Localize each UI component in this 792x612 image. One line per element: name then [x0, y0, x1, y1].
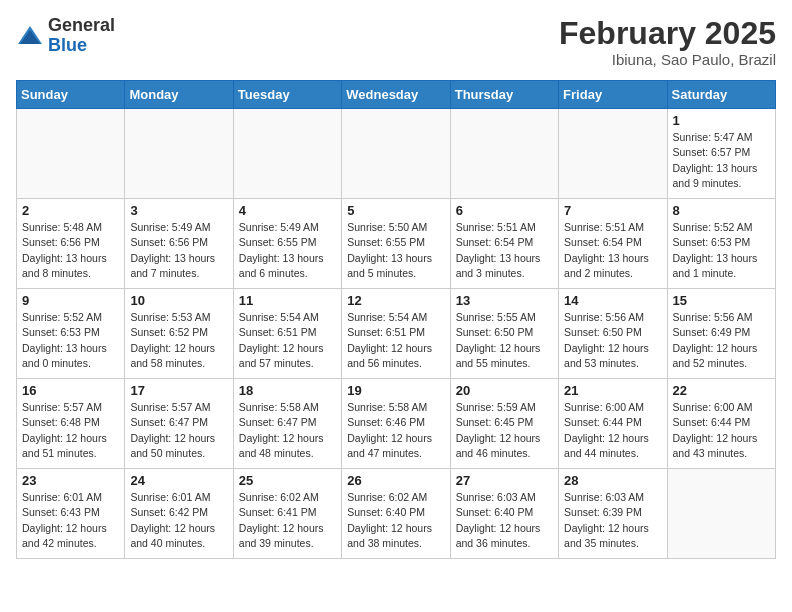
calendar-cell: 3Sunrise: 5:49 AM Sunset: 6:56 PM Daylig… [125, 199, 233, 289]
day-info: Sunrise: 6:03 AM Sunset: 6:39 PM Dayligh… [564, 490, 661, 551]
calendar-cell: 27Sunrise: 6:03 AM Sunset: 6:40 PM Dayli… [450, 469, 558, 559]
weekday-header-wednesday: Wednesday [342, 81, 450, 109]
day-number: 8 [673, 203, 770, 218]
day-number: 10 [130, 293, 227, 308]
day-number: 24 [130, 473, 227, 488]
calendar-cell [125, 109, 233, 199]
calendar-cell: 6Sunrise: 5:51 AM Sunset: 6:54 PM Daylig… [450, 199, 558, 289]
day-info: Sunrise: 5:57 AM Sunset: 6:47 PM Dayligh… [130, 400, 227, 461]
weekday-header-monday: Monday [125, 81, 233, 109]
day-number: 7 [564, 203, 661, 218]
calendar-cell: 7Sunrise: 5:51 AM Sunset: 6:54 PM Daylig… [559, 199, 667, 289]
weekday-header-thursday: Thursday [450, 81, 558, 109]
day-number: 20 [456, 383, 553, 398]
month-title: February 2025 [559, 16, 776, 51]
day-info: Sunrise: 6:02 AM Sunset: 6:40 PM Dayligh… [347, 490, 444, 551]
day-number: 23 [22, 473, 119, 488]
calendar-cell: 9Sunrise: 5:52 AM Sunset: 6:53 PM Daylig… [17, 289, 125, 379]
calendar-cell: 21Sunrise: 6:00 AM Sunset: 6:44 PM Dayli… [559, 379, 667, 469]
day-number: 15 [673, 293, 770, 308]
calendar-cell: 2Sunrise: 5:48 AM Sunset: 6:56 PM Daylig… [17, 199, 125, 289]
calendar-cell [17, 109, 125, 199]
calendar-cell: 12Sunrise: 5:54 AM Sunset: 6:51 PM Dayli… [342, 289, 450, 379]
day-number: 19 [347, 383, 444, 398]
calendar-cell [559, 109, 667, 199]
calendar-cell: 18Sunrise: 5:58 AM Sunset: 6:47 PM Dayli… [233, 379, 341, 469]
day-info: Sunrise: 6:01 AM Sunset: 6:42 PM Dayligh… [130, 490, 227, 551]
week-row-3: 9Sunrise: 5:52 AM Sunset: 6:53 PM Daylig… [17, 289, 776, 379]
day-info: Sunrise: 5:56 AM Sunset: 6:49 PM Dayligh… [673, 310, 770, 371]
day-info: Sunrise: 5:54 AM Sunset: 6:51 PM Dayligh… [239, 310, 336, 371]
weekday-header-sunday: Sunday [17, 81, 125, 109]
day-info: Sunrise: 5:54 AM Sunset: 6:51 PM Dayligh… [347, 310, 444, 371]
calendar-cell: 20Sunrise: 5:59 AM Sunset: 6:45 PM Dayli… [450, 379, 558, 469]
page-header: General Blue February 2025 Ibiuna, Sao P… [16, 16, 776, 68]
calendar-cell: 14Sunrise: 5:56 AM Sunset: 6:50 PM Dayli… [559, 289, 667, 379]
logo-blue-text: Blue [48, 35, 87, 55]
day-number: 12 [347, 293, 444, 308]
day-info: Sunrise: 6:00 AM Sunset: 6:44 PM Dayligh… [673, 400, 770, 461]
day-info: Sunrise: 5:48 AM Sunset: 6:56 PM Dayligh… [22, 220, 119, 281]
calendar-cell: 28Sunrise: 6:03 AM Sunset: 6:39 PM Dayli… [559, 469, 667, 559]
day-info: Sunrise: 6:02 AM Sunset: 6:41 PM Dayligh… [239, 490, 336, 551]
calendar-cell: 1Sunrise: 5:47 AM Sunset: 6:57 PM Daylig… [667, 109, 775, 199]
day-info: Sunrise: 6:00 AM Sunset: 6:44 PM Dayligh… [564, 400, 661, 461]
calendar-cell: 26Sunrise: 6:02 AM Sunset: 6:40 PM Dayli… [342, 469, 450, 559]
week-row-2: 2Sunrise: 5:48 AM Sunset: 6:56 PM Daylig… [17, 199, 776, 289]
calendar-cell [233, 109, 341, 199]
calendar-cell [342, 109, 450, 199]
calendar-cell: 19Sunrise: 5:58 AM Sunset: 6:46 PM Dayli… [342, 379, 450, 469]
calendar-cell: 22Sunrise: 6:00 AM Sunset: 6:44 PM Dayli… [667, 379, 775, 469]
day-info: Sunrise: 6:01 AM Sunset: 6:43 PM Dayligh… [22, 490, 119, 551]
calendar-cell: 17Sunrise: 5:57 AM Sunset: 6:47 PM Dayli… [125, 379, 233, 469]
calendar-cell: 10Sunrise: 5:53 AM Sunset: 6:52 PM Dayli… [125, 289, 233, 379]
calendar-cell: 16Sunrise: 5:57 AM Sunset: 6:48 PM Dayli… [17, 379, 125, 469]
logo-icon [16, 22, 44, 50]
calendar-cell: 23Sunrise: 6:01 AM Sunset: 6:43 PM Dayli… [17, 469, 125, 559]
day-number: 26 [347, 473, 444, 488]
day-number: 21 [564, 383, 661, 398]
day-info: Sunrise: 6:03 AM Sunset: 6:40 PM Dayligh… [456, 490, 553, 551]
weekday-header-saturday: Saturday [667, 81, 775, 109]
day-info: Sunrise: 5:53 AM Sunset: 6:52 PM Dayligh… [130, 310, 227, 371]
weekday-header-friday: Friday [559, 81, 667, 109]
calendar-cell: 24Sunrise: 6:01 AM Sunset: 6:42 PM Dayli… [125, 469, 233, 559]
calendar-cell [667, 469, 775, 559]
day-number: 6 [456, 203, 553, 218]
day-info: Sunrise: 5:49 AM Sunset: 6:56 PM Dayligh… [130, 220, 227, 281]
weekday-header-row: SundayMondayTuesdayWednesdayThursdayFrid… [17, 81, 776, 109]
day-number: 22 [673, 383, 770, 398]
day-number: 4 [239, 203, 336, 218]
day-number: 3 [130, 203, 227, 218]
calendar-cell: 25Sunrise: 6:02 AM Sunset: 6:41 PM Dayli… [233, 469, 341, 559]
logo: General Blue [16, 16, 115, 56]
day-info: Sunrise: 5:51 AM Sunset: 6:54 PM Dayligh… [564, 220, 661, 281]
day-number: 1 [673, 113, 770, 128]
day-info: Sunrise: 5:55 AM Sunset: 6:50 PM Dayligh… [456, 310, 553, 371]
day-info: Sunrise: 5:52 AM Sunset: 6:53 PM Dayligh… [22, 310, 119, 371]
week-row-4: 16Sunrise: 5:57 AM Sunset: 6:48 PM Dayli… [17, 379, 776, 469]
day-number: 25 [239, 473, 336, 488]
day-number: 13 [456, 293, 553, 308]
location: Ibiuna, Sao Paulo, Brazil [559, 51, 776, 68]
day-number: 18 [239, 383, 336, 398]
day-number: 27 [456, 473, 553, 488]
day-info: Sunrise: 5:51 AM Sunset: 6:54 PM Dayligh… [456, 220, 553, 281]
logo-general-text: General [48, 15, 115, 35]
day-number: 16 [22, 383, 119, 398]
day-info: Sunrise: 5:47 AM Sunset: 6:57 PM Dayligh… [673, 130, 770, 191]
day-number: 11 [239, 293, 336, 308]
day-info: Sunrise: 5:50 AM Sunset: 6:55 PM Dayligh… [347, 220, 444, 281]
day-number: 2 [22, 203, 119, 218]
day-info: Sunrise: 5:52 AM Sunset: 6:53 PM Dayligh… [673, 220, 770, 281]
week-row-5: 23Sunrise: 6:01 AM Sunset: 6:43 PM Dayli… [17, 469, 776, 559]
day-info: Sunrise: 5:59 AM Sunset: 6:45 PM Dayligh… [456, 400, 553, 461]
day-number: 9 [22, 293, 119, 308]
day-info: Sunrise: 5:57 AM Sunset: 6:48 PM Dayligh… [22, 400, 119, 461]
calendar-cell: 11Sunrise: 5:54 AM Sunset: 6:51 PM Dayli… [233, 289, 341, 379]
calendar-cell: 8Sunrise: 5:52 AM Sunset: 6:53 PM Daylig… [667, 199, 775, 289]
day-info: Sunrise: 5:58 AM Sunset: 6:46 PM Dayligh… [347, 400, 444, 461]
calendar-cell: 15Sunrise: 5:56 AM Sunset: 6:49 PM Dayli… [667, 289, 775, 379]
day-info: Sunrise: 5:58 AM Sunset: 6:47 PM Dayligh… [239, 400, 336, 461]
calendar-table: SundayMondayTuesdayWednesdayThursdayFrid… [16, 80, 776, 559]
